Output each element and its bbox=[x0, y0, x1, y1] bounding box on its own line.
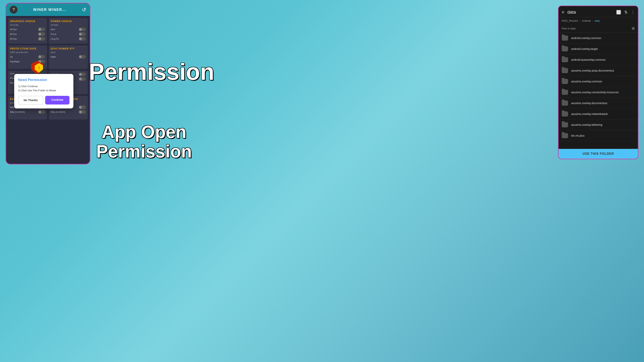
file-header-icons: ⬜ ⇅ ⋮ bbox=[616, 10, 635, 14]
power-4nni-label: 4nni- bbox=[51, 28, 56, 30]
file-item-android-qvaoverlay-common[interactable]: android.qvaoverlay.common bbox=[558, 54, 638, 65]
dialog-step2: 2) Click Use This Folder & Allowe bbox=[18, 89, 56, 92]
erazer-grs-hnok-row: MÄp [S-HNOK] bbox=[10, 110, 45, 114]
shield-overlay: ! bbox=[31, 61, 47, 76]
files-in-data-label: Files in data bbox=[562, 27, 576, 30]
grid-view-icon[interactable]: ⊞ bbox=[632, 26, 635, 30]
efac-night-row: Night bbox=[51, 55, 86, 58]
file-name-bin-mt-plus: bin.mt.plus bbox=[571, 134, 584, 137]
folder-icon bbox=[562, 90, 568, 95]
fps-90-label: 90 Fps bbox=[10, 38, 17, 40]
power-lag-toggle[interactable] bbox=[79, 37, 86, 41]
breadcrumb-data[interactable]: data bbox=[595, 19, 600, 22]
shield-red: ! bbox=[31, 61, 43, 74]
folder-icon bbox=[562, 111, 568, 116]
file-item-asusims-overlay-common[interactable]: asusims.overlay.common bbox=[558, 76, 638, 87]
file-item-asusims-tethering[interactable]: asusims.overlay.tethering bbox=[558, 119, 638, 130]
protection-sa-row: Sà bbox=[10, 55, 45, 58]
graphics-subtitle: set up fps bbox=[10, 24, 45, 26]
center-permission-area: Permission bbox=[89, 59, 199, 85]
card-row-1: GRAPHICS CHOICE set up fps 40 Fps 60 Fps… bbox=[8, 18, 88, 44]
efac-night-toggle[interactable] bbox=[79, 55, 86, 58]
max-vlw-toggle[interactable] bbox=[79, 72, 86, 76]
file-list: android.overlay.common android.overlay.t… bbox=[558, 33, 638, 149]
erazer-tre-hnok-label: MÄp [S-HNOK] bbox=[51, 111, 66, 113]
power-pro-row: Pro-Δ bbox=[51, 32, 86, 36]
breadcrumb: ROG_Phone3 › Android › data bbox=[558, 17, 638, 24]
breadcrumb-rog[interactable]: ROG_Phone3 bbox=[562, 19, 578, 22]
hamburger-icon[interactable]: ≡ bbox=[562, 10, 564, 15]
erazer-tre-hnok-row: MÄp [S-HNOK] bbox=[51, 110, 86, 114]
folder-icon bbox=[562, 100, 568, 106]
file-item-asusims-documentsui[interactable]: asusims.overlay.documentsui bbox=[558, 98, 638, 109]
power-lag-label: LA-g Fix bbox=[51, 38, 59, 40]
file-name-asusims-connectivity: asusims.overlay.connectivity.resources bbox=[571, 91, 619, 94]
fps-60-toggle[interactable] bbox=[38, 32, 45, 36]
protection-title: PROTE-CTION SAFE bbox=[10, 47, 45, 50]
fps-40-toggle[interactable] bbox=[38, 27, 45, 31]
efac-card: EFAC POWER STY types Night bbox=[49, 45, 88, 69]
files-label-row: Files in data ⊞ bbox=[558, 24, 638, 33]
file-item-asusims-connectivity[interactable]: asusims.overlay.connectivity.resources bbox=[558, 87, 638, 98]
power-card: POWER CHOICE Increase 4nni- Pro-Δ LA-g F… bbox=[49, 18, 88, 44]
file-item-android-overlay-common[interactable]: android.overlay.common bbox=[558, 33, 638, 43]
help-icon[interactable]: ? bbox=[10, 6, 18, 13]
file-header-left: ≡ data bbox=[562, 10, 576, 15]
power-subtitle: Increase bbox=[51, 24, 86, 26]
file-name-asusims-overlay-common: asusims.overlay.common bbox=[571, 80, 602, 83]
protection-sa-toggle[interactable] bbox=[38, 55, 45, 58]
app-open-permission-text: App Open Permission bbox=[77, 122, 211, 161]
file-item-android-overlay-target[interactable]: android.overlay.target bbox=[558, 43, 638, 54]
fps-40-label: 40 Fps bbox=[10, 28, 17, 30]
efac-night-label: Night bbox=[51, 56, 56, 58]
permission-text: Permission bbox=[89, 59, 199, 85]
fps-60-row: 60 Fps bbox=[10, 32, 45, 36]
fps-40-row: 40 Fps bbox=[10, 27, 45, 31]
potat-toggle[interactable] bbox=[79, 77, 86, 81]
phone-title: WINER WINER... bbox=[33, 8, 66, 12]
folder-icon bbox=[562, 35, 568, 41]
folder-icon bbox=[562, 57, 568, 62]
power-pro-toggle[interactable] bbox=[79, 32, 86, 36]
file-name-android-overlay-target: android.overlay.target bbox=[571, 47, 598, 50]
file-name-asusims-documentsui: asusims.overlay.documentsui bbox=[571, 101, 607, 105]
folder-icon bbox=[562, 79, 568, 84]
power-4nni-toggle[interactable] bbox=[79, 27, 86, 31]
file-header: ≡ data ⬜ ⇅ ⋮ bbox=[558, 6, 638, 17]
erazer-tre-ernol-toggle[interactable] bbox=[79, 105, 86, 109]
fps-90-row: 90 Fps bbox=[10, 37, 45, 41]
use-this-folder-button[interactable]: USE THIS FOLDER bbox=[558, 149, 638, 159]
file-item-bin-mt-plus[interactable]: bin.mt.plus bbox=[558, 130, 638, 141]
no-thanks-button[interactable]: No Thanks bbox=[18, 96, 43, 104]
graphics-card: GRAPHICS CHOICE set up fps 40 Fps 60 Fps… bbox=[8, 18, 47, 44]
folder-icon bbox=[562, 68, 568, 73]
graphics-title: GRAPHICS CHOICE bbox=[10, 20, 45, 23]
file-name-asusims-tethering: asusims.overlay.tethering bbox=[571, 123, 602, 126]
file-name-asusims-networkstack: asusims.overlay.networkstack bbox=[571, 112, 608, 115]
continue-button[interactable]: Continue bbox=[45, 96, 70, 104]
app-open-permission-area: App Open Permission bbox=[77, 122, 211, 161]
card-row-2: PROTE-CTION SAFE 100% saf prota-ction Sà… bbox=[8, 45, 88, 69]
erazer-tre-hnok-toggle[interactable] bbox=[79, 110, 86, 114]
dialog-buttons: No Thanks Continue bbox=[18, 96, 70, 104]
folder-icon bbox=[562, 122, 568, 127]
file-browser-title: data bbox=[568, 10, 576, 15]
refresh-icon[interactable]: ↺ bbox=[82, 7, 86, 13]
breadcrumb-sep-1: › bbox=[580, 19, 580, 22]
more-options-icon[interactable]: ⋮ bbox=[631, 10, 635, 14]
folder-add-icon[interactable]: ⬜ bbox=[616, 10, 621, 14]
fps-90-toggle[interactable] bbox=[38, 37, 45, 41]
breadcrumb-sep-2: › bbox=[592, 19, 593, 22]
file-name-android-overlay-common: android.overlay.common bbox=[571, 36, 601, 40]
dialog-step1: 1) Click Continue bbox=[18, 85, 38, 88]
sort-icon[interactable]: ⇅ bbox=[624, 10, 628, 14]
power-title: POWER CHOICE bbox=[51, 20, 86, 23]
breadcrumb-android[interactable]: Android bbox=[582, 19, 591, 22]
erazer-grs-hnok-toggle[interactable] bbox=[38, 110, 45, 114]
file-item-asusims-aosp-documentsui[interactable]: asusims.overlay.aosp.documentsui bbox=[558, 65, 638, 76]
power-pro-label: Pro-Δ bbox=[51, 33, 56, 35]
file-name-android-qvaoverlay-common: android.qvaoverlay.common bbox=[571, 58, 606, 61]
file-item-asusims-networkstack[interactable]: asusims.overlay.networkstack bbox=[558, 109, 638, 119]
protection-sa-label: Sà bbox=[10, 56, 13, 58]
dialog-text: 1) Click Continue 2) Click Use This Fold… bbox=[18, 84, 70, 93]
